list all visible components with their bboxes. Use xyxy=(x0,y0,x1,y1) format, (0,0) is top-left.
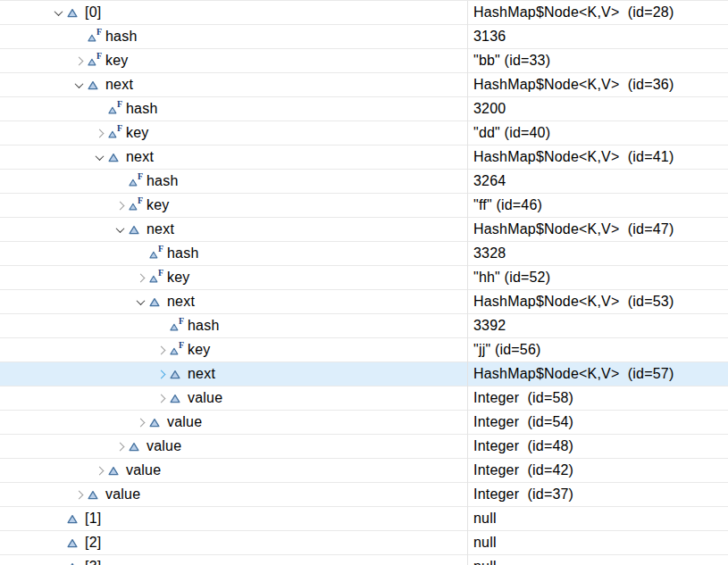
expander-chevron-icon[interactable] xyxy=(152,338,170,361)
expander-chevron-icon[interactable] xyxy=(111,170,129,193)
tree-row-key-14[interactable]: F key "jj" (id=56) xyxy=(0,338,728,362)
expander-chevron-icon[interactable] xyxy=(70,73,88,96)
field-triangle-icon: F xyxy=(149,246,163,261)
variable-name: next xyxy=(126,149,154,165)
indent-spacer xyxy=(0,350,152,351)
tree-row-key-5[interactable]: F key "dd" (id=40) xyxy=(0,121,728,145)
tree-row-hash-13[interactable]: F hash 3392 xyxy=(0,314,728,338)
expander-chevron-icon[interactable] xyxy=(49,555,67,565)
expander-chevron-icon[interactable] xyxy=(49,531,67,554)
variable-value: HashMap$Node<K,V> (id=57) xyxy=(473,362,674,386)
indent-spacer xyxy=(0,133,90,134)
expander-chevron-icon[interactable] xyxy=(90,459,108,482)
variable-name: [0] xyxy=(85,4,101,21)
field-triangle-icon: F xyxy=(67,5,81,20)
column-divider[interactable] xyxy=(467,1,468,565)
variable-value: 3136 xyxy=(473,25,506,48)
variable-value: "jj" (id=56) xyxy=(473,338,541,361)
final-modifier-icon: F xyxy=(179,341,184,350)
tree-row-value-17[interactable]: F value Integer (id=54) xyxy=(0,411,728,435)
variable-name: hash xyxy=(146,173,179,189)
indent-spacer xyxy=(0,157,90,158)
expander-chevron-icon[interactable] xyxy=(131,290,149,313)
expander-chevron-icon[interactable] xyxy=(152,314,170,337)
variable-name: value xyxy=(167,414,202,430)
tree-row-key-11[interactable]: F key "hh" (id=52) xyxy=(0,266,728,290)
field-triangle-icon: F xyxy=(129,439,143,453)
expander-chevron-icon[interactable] xyxy=(70,483,88,506)
expander-chevron-icon[interactable] xyxy=(111,435,129,458)
indent-spacer xyxy=(0,181,111,182)
final-modifier-icon: F xyxy=(138,196,143,205)
expander-chevron-icon[interactable] xyxy=(90,121,108,145)
field-triangle-icon: F xyxy=(67,560,81,565)
indent-spacer xyxy=(0,229,111,230)
final-modifier-icon: F xyxy=(158,269,163,278)
tree-row-value-16[interactable]: F value Integer (id=58) xyxy=(0,386,728,411)
tree-row-3-23[interactable]: F [3] null xyxy=(0,555,728,565)
field-triangle-icon: F xyxy=(170,343,184,357)
tree-row-key-8[interactable]: F key "ff" (id=46) xyxy=(0,194,728,218)
indent-spacer xyxy=(0,253,131,254)
expander-chevron-icon[interactable] xyxy=(90,145,108,169)
expander-chevron-icon[interactable] xyxy=(131,242,149,265)
variable-value: Integer (id=48) xyxy=(473,435,573,458)
indent-spacer xyxy=(0,37,70,37)
variable-name: key xyxy=(126,125,149,141)
variable-value: "hh" (id=52) xyxy=(473,266,550,289)
final-modifier-icon: F xyxy=(138,172,143,181)
tree-row-hash-7[interactable]: F hash 3264 xyxy=(0,170,728,194)
tree-row-1-21[interactable]: F [1] null xyxy=(0,507,728,531)
expander-chevron-icon[interactable] xyxy=(70,25,88,48)
tree-row-hash-1[interactable]: F hash 3136 xyxy=(0,25,728,49)
indent-spacer xyxy=(0,398,152,399)
variable-value: 3264 xyxy=(473,170,506,193)
variable-value: HashMap$Node<K,V> (id=28) xyxy=(473,1,674,24)
final-modifier-icon: F xyxy=(96,52,102,61)
expander-chevron-icon[interactable] xyxy=(131,411,149,434)
variable-name: key xyxy=(146,197,170,213)
variable-name: hash xyxy=(188,318,220,334)
expander-chevron-icon[interactable] xyxy=(90,97,108,120)
indent-spacer xyxy=(0,494,70,495)
variable-value: Integer (id=42) xyxy=(473,459,573,482)
tree-row-key-2[interactable]: F key "bb" (id=33) xyxy=(0,49,728,73)
expander-chevron-icon[interactable] xyxy=(152,362,170,386)
variable-value: HashMap$Node<K,V> (id=41) xyxy=(473,145,674,169)
variable-name: [3] xyxy=(85,559,101,565)
final-modifier-icon: F xyxy=(117,100,122,109)
variable-value: "bb" (id=33) xyxy=(473,49,550,72)
tree-row-next-12[interactable]: F next HashMap$Node<K,V> (id=53) xyxy=(0,290,728,314)
expander-chevron-icon[interactable] xyxy=(70,49,88,72)
expander-chevron-icon[interactable] xyxy=(49,1,67,24)
expander-chevron-icon[interactable] xyxy=(111,194,129,217)
tree-row-0-0[interactable]: F [0] HashMap$Node<K,V> (id=28) xyxy=(0,1,728,25)
tree-row-2-22[interactable]: F [2] null xyxy=(0,531,728,555)
variable-name: key xyxy=(105,53,129,69)
variable-value: null xyxy=(473,555,497,565)
variable-value: null xyxy=(473,507,497,530)
variable-value: 3200 xyxy=(473,97,506,120)
variable-value: Integer (id=54) xyxy=(473,411,573,434)
field-triangle-icon: F xyxy=(170,391,184,405)
indent-spacer xyxy=(0,205,111,206)
expander-chevron-icon[interactable] xyxy=(111,218,129,241)
tree-row-value-18[interactable]: F value Integer (id=48) xyxy=(0,435,728,459)
variable-value: Integer (id=58) xyxy=(473,386,573,410)
expander-chevron-icon[interactable] xyxy=(152,386,170,410)
variable-value: HashMap$Node<K,V> (id=47) xyxy=(473,218,674,241)
indent-spacer xyxy=(0,326,152,327)
tree-row-value-19[interactable]: F value Integer (id=42) xyxy=(0,459,728,483)
tree-row-next-3[interactable]: F next HashMap$Node<K,V> (id=36) xyxy=(0,73,728,97)
tree-row-hash-4[interactable]: F hash 3200 xyxy=(0,97,728,121)
expander-chevron-icon[interactable] xyxy=(131,266,149,289)
expander-chevron-icon[interactable] xyxy=(49,507,67,530)
variable-name: next xyxy=(105,77,133,93)
tree-row-next-6[interactable]: F next HashMap$Node<K,V> (id=41) xyxy=(0,145,728,170)
tree-row-next-15[interactable]: F next HashMap$Node<K,V> (id=57) xyxy=(0,362,728,386)
tree-row-value-20[interactable]: F value Integer (id=37) xyxy=(0,483,728,507)
variable-value: "dd" (id=40) xyxy=(473,121,550,145)
tree-row-hash-10[interactable]: F hash 3328 xyxy=(0,242,728,266)
tree-row-next-9[interactable]: F next HashMap$Node<K,V> (id=47) xyxy=(0,218,728,242)
variable-name: key xyxy=(167,270,190,286)
